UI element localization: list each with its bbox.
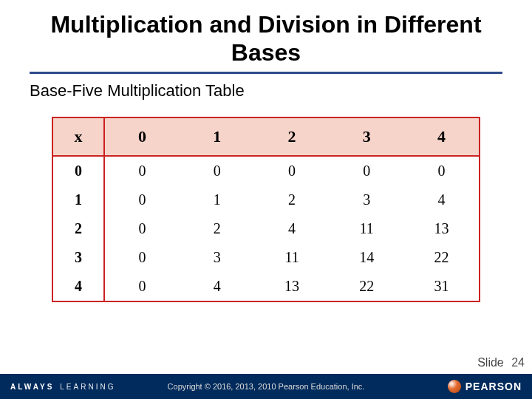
table-cell: 31 — [404, 272, 479, 301]
footer-bar: ALWAYS LEARNING Copyright © 2016, 2013, … — [0, 374, 532, 399]
slide-number-value: 24 — [511, 356, 525, 369]
slide-number: Slide 24 — [477, 356, 525, 369]
multiplication-table: x 0 1 2 3 4 0 0 0 0 0 0 1 0 1 2 3 4 — [52, 117, 480, 302]
table-cell: 1 — [180, 185, 254, 214]
table-cell: 0 — [180, 157, 254, 185]
table-header-row: x 0 1 2 3 4 — [53, 118, 479, 157]
table-cell: 0 — [105, 243, 180, 272]
table-row: 0 0 0 0 0 0 — [53, 157, 479, 185]
slide-subtitle: Base-Five Multiplication Table — [0, 74, 532, 100]
table-row-header: 2 — [53, 214, 105, 243]
table-corner-cell: x — [53, 118, 105, 155]
table-cell: 0 — [254, 157, 329, 185]
table-cell: 22 — [404, 243, 479, 272]
table-cell: 0 — [330, 157, 404, 185]
table-col-header: 0 — [105, 118, 180, 155]
table-cell: 22 — [330, 272, 404, 301]
table-cell: 3 — [330, 185, 404, 214]
table-cell: 4 — [254, 214, 329, 243]
slide-title: Multiplication and Division in Different… — [30, 10, 502, 67]
pearson-logo: PEARSON — [448, 380, 522, 393]
table-cell: 0 — [404, 157, 479, 185]
tagline-always: ALWAYS — [10, 383, 54, 391]
table-row: 4 0 4 13 22 31 — [53, 272, 479, 301]
table-row-header: 3 — [53, 243, 105, 272]
table-col-header: 1 — [180, 118, 254, 155]
always-learning-tagline: ALWAYS LEARNING — [10, 383, 115, 391]
table-row: 2 0 2 4 11 13 — [53, 214, 479, 243]
table-cell: 14 — [330, 243, 404, 272]
slide-label: Slide — [477, 356, 504, 369]
table-cell: 2 — [180, 214, 254, 243]
table-col-header: 2 — [254, 118, 329, 155]
table-cell: 3 — [180, 243, 254, 272]
table-cell: 4 — [180, 272, 254, 301]
copyright-text: Copyright © 2016, 2013, 2010 Pearson Edu… — [168, 382, 365, 391]
table-col-header: 4 — [404, 118, 479, 155]
table-cell: 11 — [330, 214, 404, 243]
table-col-header: 3 — [330, 118, 404, 155]
pearson-brand-text: PEARSON — [466, 381, 522, 392]
table-cell: 2 — [254, 185, 329, 214]
table-cell: 0 — [105, 157, 180, 185]
table-cell: 11 — [254, 243, 329, 272]
table-cell: 0 — [105, 214, 180, 243]
table-cell: 4 — [404, 185, 479, 214]
table-row-header: 0 — [53, 157, 105, 185]
table-cell: 0 — [105, 185, 180, 214]
tagline-learning: LEARNING — [60, 383, 115, 391]
table-cell: 0 — [105, 272, 180, 301]
table-row-header: 4 — [53, 272, 105, 301]
table-cell: 13 — [404, 214, 479, 243]
table-row: 1 0 1 2 3 4 — [53, 185, 479, 214]
table-cell: 13 — [254, 272, 329, 301]
pearson-globe-icon — [448, 380, 461, 393]
table-row: 3 0 3 11 14 22 — [53, 243, 479, 272]
table-row-header: 1 — [53, 185, 105, 214]
